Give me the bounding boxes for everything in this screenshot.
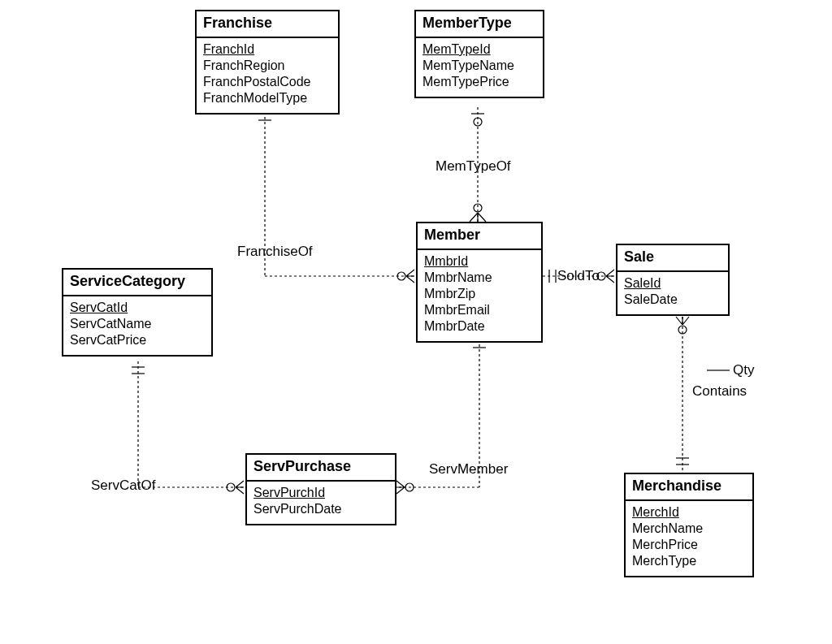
entity-title: ServiceCategory (63, 270, 211, 296)
svg-point-22 (405, 483, 414, 491)
svg-point-3 (474, 204, 482, 212)
attr: MerchPrice (632, 537, 746, 553)
rel-attr-qty: Qty (733, 362, 754, 378)
attr: ServPurchDate (254, 501, 388, 517)
entity-title: Franchise (197, 11, 338, 38)
attr: SaleDate (624, 292, 722, 308)
attr-pk: MemTypeId (422, 41, 536, 58)
entity-attrs: FranchId FranchRegion FranchPostalCode F… (197, 38, 338, 113)
attr: MmbrZip (424, 286, 535, 302)
entity-franchise: Franchise FranchId FranchRegion FranchPo… (195, 10, 340, 115)
attr: MerchName (632, 521, 746, 537)
entity-attrs: SaleId SaleDate (618, 272, 728, 314)
entity-membertype: MemberType MemTypeId MemTypeName MemType… (414, 10, 544, 98)
attr: FranchModelType (203, 90, 332, 106)
entity-attrs: MerchId MerchName MerchPrice MerchType (626, 501, 752, 576)
entity-attrs: ServCatId ServCatName ServCatPrice (63, 296, 211, 355)
rel-label-soldto: SoldTo (557, 268, 600, 284)
entity-title: MemberType (416, 11, 543, 38)
entity-sale: Sale SaleId SaleDate (616, 244, 730, 316)
attr: MemTypePrice (422, 74, 536, 90)
rel-label-franchiseof: FranchiseOf (237, 244, 313, 260)
svg-point-14 (678, 326, 687, 334)
entity-servpurchase: ServPurchase ServPurchId ServPurchDate (245, 453, 396, 525)
rel-label-memtypeof: MemTypeOf (436, 158, 511, 175)
attr-pk: MmbrId (424, 253, 535, 270)
attr: MmbrName (424, 270, 535, 286)
entity-title: ServPurchase (247, 455, 395, 482)
rel-label-servcatof: ServCatOf (91, 478, 155, 494)
rel-label-servmember: ServMember (429, 461, 508, 478)
entity-attrs: MmbrId MmbrName MmbrZip MmbrEmail MmbrDa… (418, 250, 541, 341)
er-diagram-canvas: Franchise FranchId FranchRegion FranchPo… (0, 0, 832, 644)
entity-servicecategory: ServiceCategory ServCatId ServCatName Se… (62, 268, 213, 357)
attr: ServCatName (70, 316, 205, 332)
entity-attrs: MemTypeId MemTypeName MemTypePrice (416, 38, 543, 97)
entity-title: Merchandise (626, 474, 752, 501)
attr: MerchType (632, 553, 746, 569)
svg-point-27 (227, 483, 235, 491)
attr-pk: ServCatId (70, 300, 205, 316)
entity-attrs: ServPurchId ServPurchDate (247, 482, 395, 524)
rel-label-contains: Contains (692, 383, 747, 400)
attr: MemTypeName (422, 58, 536, 74)
attr-pk: SaleId (624, 275, 722, 292)
attr: FranchRegion (203, 58, 332, 74)
entity-title: Sale (618, 245, 728, 272)
attr-pk: MerchId (632, 504, 746, 521)
attr-pk: ServPurchId (254, 485, 388, 501)
attr: ServCatPrice (70, 332, 205, 348)
entity-member: Member MmbrId MmbrName MmbrZip MmbrEmail… (416, 222, 543, 343)
attr: MmbrEmail (424, 302, 535, 318)
svg-point-2 (474, 118, 482, 126)
attr: FranchPostalCode (203, 74, 332, 90)
svg-point-8 (397, 272, 405, 280)
attr: MmbrDate (424, 318, 535, 335)
attr-pk: FranchId (203, 41, 332, 58)
entity-title: Member (418, 223, 541, 250)
entity-merchandise: Merchandise MerchId MerchName MerchPrice… (624, 473, 754, 577)
